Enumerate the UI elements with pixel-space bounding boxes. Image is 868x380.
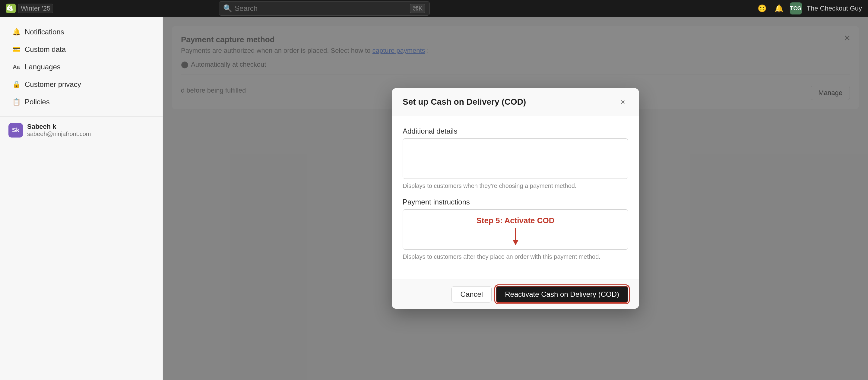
search-input[interactable] xyxy=(235,4,407,13)
sidebar-user-avatar: Sk xyxy=(8,123,23,137)
notifications-icon: 🔔 xyxy=(12,28,21,36)
winter-badge: Winter '25 xyxy=(18,4,53,13)
sidebar-item-label: Languages xyxy=(25,63,61,71)
reactivate-cod-button[interactable]: Reactivate Cash on Delivery (COD) xyxy=(496,286,628,303)
sidebar-item-custom-data[interactable]: 💳 Custom data xyxy=(4,41,159,58)
custom-data-icon: 💳 xyxy=(12,45,21,54)
sidebar-item-notifications[interactable]: 🔔 Notifications xyxy=(4,24,159,40)
cod-modal: Set up Cash on Delivery (COD) × Addition… xyxy=(392,88,639,309)
topnav: Winter '25 🔍 ⌘K 🙂 🔔 TCG The Checkout Guy xyxy=(0,0,868,17)
user-avatar-btn[interactable]: TCG xyxy=(790,2,802,14)
modal-close-btn[interactable]: × xyxy=(617,96,628,107)
sidebar-item-policies[interactable]: 📋 Policies xyxy=(4,94,159,110)
content-area: ✕ Payment capture method Payments are au… xyxy=(163,17,868,380)
modal-title: Set up Cash on Delivery (COD) xyxy=(403,97,526,107)
additional-details-label: Additional details xyxy=(403,127,628,135)
modal-overlay: Set up Cash on Delivery (COD) × Addition… xyxy=(163,17,868,380)
sidebar: 🔔 Notifications 💳 Custom data Aa Languag… xyxy=(0,17,163,380)
payment-instructions-textarea[interactable] xyxy=(403,209,628,250)
search-shortcut: ⌘K xyxy=(410,4,425,13)
modal-header: Set up Cash on Delivery (COD) × xyxy=(392,88,639,116)
sidebar-user-email: sabeeh@ninjafront.com xyxy=(27,131,91,137)
policies-icon: 📋 xyxy=(12,98,21,106)
search-box[interactable]: 🔍 ⌘K xyxy=(219,1,430,16)
main-layout: 🔔 Notifications 💳 Custom data Aa Languag… xyxy=(0,17,868,380)
sidebar-item-customer-privacy[interactable]: 🔒 Customer privacy xyxy=(4,76,159,93)
payment-instructions-label: Payment instructions xyxy=(403,198,628,206)
additional-details-textarea[interactable] xyxy=(403,138,628,179)
user-name-label: The Checkout Guy xyxy=(807,4,862,12)
search-area: 🔍 ⌘K xyxy=(219,1,430,16)
sidebar-user-name: Sabeeh k xyxy=(27,123,91,131)
languages-icon: Aa xyxy=(12,63,21,71)
logo-area: Winter '25 xyxy=(6,4,53,13)
sidebar-item-languages[interactable]: Aa Languages xyxy=(4,59,159,75)
sidebar-user-info: Sabeeh k sabeeh@ninjafront.com xyxy=(27,123,91,137)
notifications-bell-btn[interactable]: 🔔 xyxy=(773,2,785,14)
payment-instructions-group: Payment instructions Step 5: Activate CO… xyxy=(403,198,628,260)
modal-body: Additional details Displays to customers… xyxy=(392,116,639,280)
cancel-button[interactable]: Cancel xyxy=(452,286,492,303)
payment-instructions-hint: Displays to customers after they place a… xyxy=(403,253,628,260)
sidebar-item-label: Notifications xyxy=(25,28,64,36)
additional-details-group: Additional details Displays to customers… xyxy=(403,127,628,189)
support-icon-btn[interactable]: 🙂 xyxy=(756,2,768,14)
search-icon: 🔍 xyxy=(223,4,232,13)
customer-privacy-icon: 🔒 xyxy=(12,80,21,89)
sidebar-user-section: Sk Sabeeh k sabeeh@ninjafront.com xyxy=(0,117,162,144)
sidebar-item-label: Customer privacy xyxy=(25,80,81,89)
sidebar-item-label: Policies xyxy=(25,98,50,106)
topnav-right: 🙂 🔔 TCG The Checkout Guy xyxy=(756,2,862,14)
sidebar-item-label: Custom data xyxy=(25,45,66,54)
modal-footer: Cancel Reactivate Cash on Delivery (COD) xyxy=(392,280,639,309)
shopify-logo-icon xyxy=(6,4,16,13)
additional-details-hint: Displays to customers when they're choos… xyxy=(403,183,628,189)
